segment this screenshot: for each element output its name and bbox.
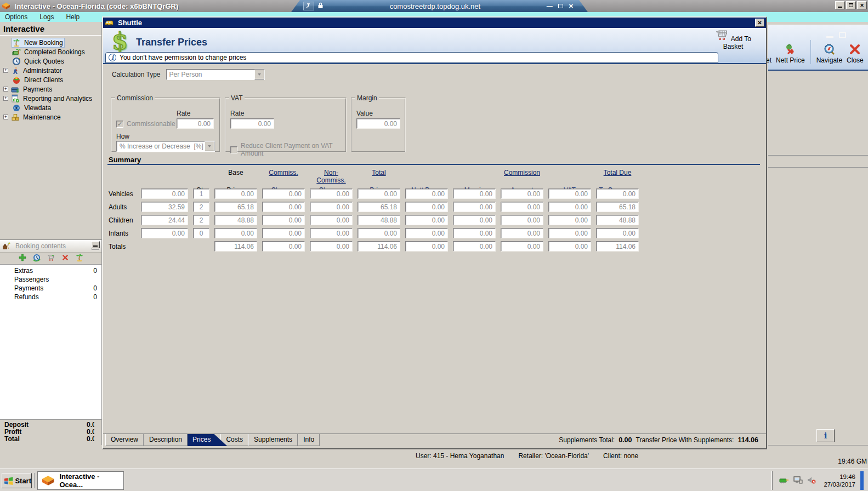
summary-field[interactable]: 1 bbox=[193, 189, 209, 199]
summary-field[interactable]: 0.00 bbox=[405, 241, 448, 252]
sidebar-item-reporting-and-analytics[interactable]: +Reporting and Analytics bbox=[0, 94, 101, 103]
booking-row-passengers[interactable]: Passengers bbox=[0, 275, 101, 284]
commission-rate-field[interactable]: 0.00 bbox=[177, 118, 214, 129]
summary-col-header[interactable]: Commiss. bbox=[262, 169, 305, 184]
expand-icon[interactable]: + bbox=[3, 87, 8, 92]
summary-col-header[interactable]: Non-Commiss. bbox=[310, 169, 353, 184]
summary-field[interactable]: 0.00 bbox=[141, 228, 188, 238]
menu-options[interactable]: Options bbox=[5, 13, 27, 21]
summary-field[interactable]: 0.00 bbox=[262, 241, 305, 252]
summary-field[interactable]: 2 bbox=[193, 215, 209, 225]
bg-minimize-icon[interactable] bbox=[826, 36, 833, 38]
summary-field[interactable]: 48.88 bbox=[358, 215, 400, 225]
add-to-basket-button[interactable]: Add To Basket bbox=[708, 29, 758, 50]
summary-field[interactable]: 0.00 bbox=[501, 215, 543, 225]
tab-supplements[interactable]: Supplements bbox=[248, 434, 298, 446]
summary-field[interactable]: 0.00 bbox=[310, 228, 353, 238]
sidebar-item-viewdata[interactable]: Viewdata bbox=[0, 103, 101, 112]
summary-field[interactable]: 0.00 bbox=[358, 228, 400, 238]
summary-field[interactable]: 0.00 bbox=[453, 202, 496, 212]
tab-overview[interactable]: Overview bbox=[105, 434, 144, 446]
reduce-client-payment-checkbox[interactable] bbox=[230, 146, 237, 153]
summary-field[interactable]: 0.00 bbox=[501, 202, 543, 212]
margin-value-field[interactable]: 0.00 bbox=[356, 118, 400, 129]
summary-field[interactable]: 0.00 bbox=[453, 215, 496, 225]
summary-field[interactable]: 0.00 bbox=[310, 215, 353, 225]
summary-field[interactable]: 65.18 bbox=[214, 202, 257, 212]
add-icon[interactable] bbox=[18, 253, 27, 264]
summary-field[interactable]: 0.00 bbox=[596, 228, 639, 238]
summary-field[interactable]: 0.00 bbox=[141, 189, 188, 199]
summary-field[interactable]: 0.00 bbox=[501, 228, 543, 238]
network-adapter-icon[interactable] bbox=[779, 476, 789, 486]
summary-col-header[interactable]: Commission bbox=[501, 169, 543, 184]
palm-tool-icon[interactable] bbox=[75, 253, 84, 264]
summary-field[interactable]: 0.00 bbox=[501, 189, 543, 199]
network-computer-icon[interactable] bbox=[793, 476, 803, 486]
sidebar-item-quick-quotes[interactable]: Quick Quotes bbox=[0, 56, 101, 66]
summary-field[interactable]: 48.88 bbox=[596, 215, 639, 225]
info-button[interactable]: i bbox=[816, 429, 835, 442]
toolbar-button-close[interactable]: Close bbox=[847, 43, 864, 64]
summary-field[interactable]: 0.00 bbox=[358, 189, 400, 199]
summary-field[interactable]: 0.00 bbox=[262, 228, 305, 238]
summary-field[interactable]: 0.00 bbox=[405, 215, 448, 225]
refresh-quote-icon[interactable] bbox=[32, 253, 41, 264]
summary-field[interactable]: 24.44 bbox=[141, 215, 188, 225]
bg-maximize-icon[interactable] bbox=[839, 32, 846, 38]
volume-muted-icon[interactable] bbox=[807, 476, 816, 486]
summary-field[interactable]: 0.00 bbox=[262, 202, 305, 212]
summary-field[interactable]: 65.18 bbox=[358, 202, 400, 212]
minimize-icon[interactable] bbox=[835, 1, 845, 9]
summary-field[interactable]: 0.00 bbox=[310, 241, 353, 252]
task-button[interactable]: Interactive - Ocea... bbox=[37, 471, 124, 490]
summary-field[interactable]: 0 bbox=[193, 228, 209, 238]
booking-row-refunds[interactable]: Refunds0 bbox=[0, 293, 101, 301]
summary-field[interactable]: 0.00 bbox=[405, 189, 448, 199]
summary-field[interactable]: 0.00 bbox=[310, 189, 353, 199]
toolbar-button-navigate[interactable]: Navigate bbox=[816, 43, 842, 64]
dialog-close-icon[interactable]: ✕ bbox=[755, 19, 764, 27]
booking-row-payments[interactable]: Payments0 bbox=[0, 284, 101, 293]
summary-field[interactable]: 0.00 bbox=[214, 228, 257, 238]
summary-field[interactable]: 0.00 bbox=[453, 228, 496, 238]
sidebar-item-maintenance[interactable]: +Maintenance bbox=[0, 112, 101, 122]
summary-col-header[interactable]: Total bbox=[358, 169, 400, 184]
expand-icon[interactable]: + bbox=[3, 96, 8, 101]
summary-field[interactable]: 0.00 bbox=[453, 189, 496, 199]
pin-icon[interactable] bbox=[303, 2, 314, 10]
maximize-icon[interactable] bbox=[846, 1, 856, 9]
expand-icon[interactable]: + bbox=[3, 68, 8, 73]
menu-help[interactable]: Help bbox=[66, 13, 80, 21]
summary-field[interactable]: 48.88 bbox=[214, 215, 257, 225]
tab-info[interactable]: Info bbox=[298, 434, 320, 446]
summary-field[interactable]: 0.00 bbox=[548, 189, 591, 199]
sidebar-item-completed-bookings[interactable]: Completed Bookings bbox=[0, 47, 101, 56]
summary-field[interactable]: 32.59 bbox=[141, 202, 188, 212]
summary-field[interactable]: 0.00 bbox=[548, 215, 591, 225]
summary-field[interactable]: 0.00 bbox=[548, 228, 591, 238]
tray-clock[interactable]: 19:46 27/03/2017 bbox=[820, 473, 855, 488]
summary-field[interactable]: 0.00 bbox=[262, 215, 305, 225]
summary-field[interactable]: 0.00 bbox=[596, 189, 639, 199]
tab-description[interactable]: Description bbox=[144, 434, 188, 446]
calculation-type-select[interactable]: Per Person bbox=[166, 69, 265, 80]
summary-field[interactable]: 114.06 bbox=[214, 241, 257, 252]
summary-field[interactable]: 0.00 bbox=[405, 202, 448, 212]
summary-field[interactable]: 0.00 bbox=[214, 189, 257, 199]
summary-field[interactable]: 0.00 bbox=[310, 202, 353, 212]
toolbar-button-nett-price[interactable]: Nett Price bbox=[776, 43, 805, 64]
booking-panel-minimize-icon[interactable] bbox=[91, 241, 100, 248]
summary-field[interactable]: 114.06 bbox=[596, 241, 639, 252]
commissionable-checkbox[interactable]: ✓ bbox=[116, 121, 123, 128]
summary-field[interactable]: 0.00 bbox=[501, 241, 543, 252]
expand-icon[interactable]: + bbox=[3, 115, 8, 119]
basket-go-icon[interactable] bbox=[47, 253, 55, 264]
sidebar-item-payments[interactable]: +$Payments bbox=[0, 84, 101, 94]
sidebar-item-new-booking[interactable]: New Booking bbox=[0, 38, 101, 47]
commission-how-select[interactable]: % Increase or Decrease [%] bbox=[116, 141, 215, 152]
summary-field[interactable]: 114.06 bbox=[358, 241, 400, 252]
booking-row-extras[interactable]: Extras0 bbox=[0, 266, 101, 275]
summary-col-header[interactable] bbox=[453, 169, 496, 184]
rdp-minimize-icon[interactable]: — bbox=[547, 3, 553, 9]
